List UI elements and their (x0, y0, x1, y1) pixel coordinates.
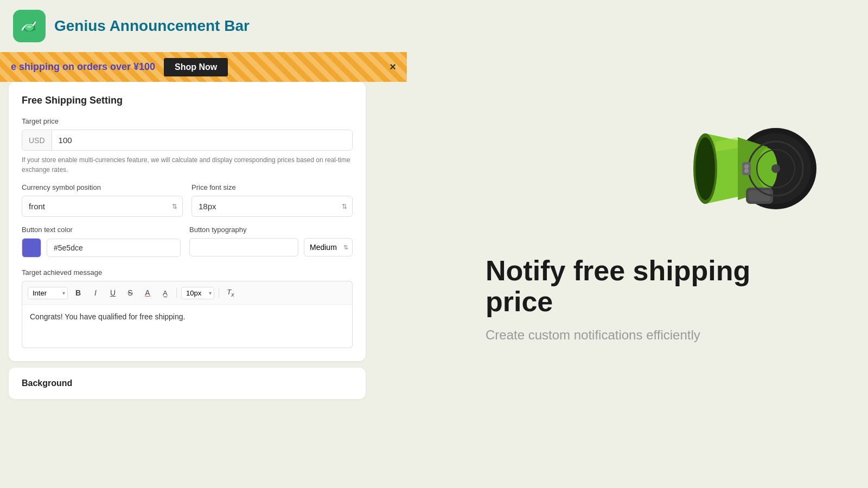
font-family-select[interactable]: Inter Arial Roboto (28, 287, 68, 299)
price-font-size-select-wrapper: 10px 12px 14px 16px 18px 20px ⇅ (192, 196, 353, 217)
two-col-row-1: Currency symbol position front back ⇅ Pr… (22, 183, 353, 217)
target-price-input-wrapper: USD (22, 130, 353, 151)
background-card: Background (9, 368, 366, 399)
close-announcement-button[interactable]: × (390, 61, 396, 73)
italic-button[interactable]: I (88, 286, 103, 300)
main-content: Free Shipping Setting Target price USD I… (0, 82, 868, 408)
typography-text-input[interactable] (189, 238, 298, 256)
hint-text: If your store enable multi-currencies fe… (22, 155, 353, 175)
text-color-button[interactable]: A (141, 286, 155, 300)
svg-point-6 (695, 137, 715, 200)
target-price-group: Target price USD If your store enable mu… (22, 117, 353, 175)
target-message-editor[interactable]: Congrats! You have qualified for free sh… (22, 305, 353, 348)
target-price-label: Target price (22, 117, 353, 125)
target-message-text: Congrats! You have qualified for free sh… (30, 312, 185, 321)
clear-format-icon: Tx (227, 288, 234, 298)
target-price-input[interactable] (52, 130, 352, 150)
typography-weight-select[interactable]: Thin Light Regular Medium Bold (304, 238, 353, 256)
megaphone-illustration (662, 93, 825, 245)
button-text-color-group: Button text color (22, 226, 181, 258)
logo-icon (13, 10, 46, 42)
two-col-row-2: Button text color Button typography Thin (22, 226, 353, 258)
highlight-button[interactable]: A̲ (158, 286, 172, 300)
button-typography-group: Button typography Thin Light Regular Med… (189, 226, 353, 258)
currency-prefix: USD (22, 131, 52, 150)
hero-title: Notify free shipping price (486, 255, 757, 317)
toolbar-divider (176, 288, 177, 298)
hero-subtitle: Create custom notifications efficiently (486, 326, 757, 344)
underline-button[interactable]: U (106, 286, 120, 300)
bold-button[interactable]: B (71, 286, 85, 300)
header: Genius Announcement Bar (0, 0, 868, 52)
font-size-select[interactable]: 8px 10px 12px 14px (181, 287, 214, 299)
currency-position-label: Currency symbol position (22, 183, 183, 191)
typography-row: Thin Light Regular Medium Bold ⇅ (189, 238, 353, 256)
target-achieved-label: Target achieved message (22, 268, 353, 277)
toolbar-divider-2 (219, 288, 219, 298)
price-font-size-group: Price font size 10px 12px 14px 16px 18px… (192, 183, 353, 217)
currency-position-group: Currency symbol position front back ⇅ (22, 183, 183, 217)
price-font-size-label: Price font size (192, 183, 353, 191)
price-font-size-select[interactable]: 10px 12px 14px 16px 18px 20px (192, 196, 353, 217)
svg-point-13 (744, 164, 749, 169)
button-typography-label: Button typography (189, 226, 353, 234)
right-panel: Notify free shipping price Create custom… (374, 82, 868, 408)
hero-text: Notify free shipping price Create custom… (486, 255, 757, 344)
app-title: Genius Announcement Bar (54, 17, 250, 35)
font-select-wrapper: Inter Arial Roboto ▾ (28, 287, 68, 299)
svg-rect-8 (749, 190, 770, 201)
settings-card: Free Shipping Setting Target price USD I… (9, 82, 366, 361)
size-select-wrapper: 8px 10px 12px 14px ▾ (181, 287, 214, 299)
currency-position-select[interactable]: front back (22, 196, 183, 217)
currency-position-select-wrapper: front back ⇅ (22, 196, 183, 217)
shop-now-button[interactable]: Shop Now (164, 58, 228, 76)
button-text-color-label: Button text color (22, 226, 181, 234)
svg-point-14 (744, 169, 749, 173)
settings-title: Free Shipping Setting (22, 95, 353, 106)
svg-point-11 (771, 164, 780, 173)
clear-format-button[interactable]: Tx (224, 286, 238, 300)
color-swatch[interactable] (22, 238, 41, 258)
text-color-icon: A (145, 288, 150, 297)
color-row (22, 238, 181, 258)
megaphone-container (662, 93, 825, 245)
target-achieved-group: Target achieved message Inter Arial Robo… (22, 268, 353, 348)
background-title: Background (22, 378, 353, 388)
medium-select-wrapper: Thin Light Regular Medium Bold ⇅ (304, 238, 353, 256)
left-panel: Free Shipping Setting Target price USD I… (0, 82, 374, 408)
announcement-text: e shipping on orders over ¥100 (11, 61, 155, 73)
text-editor-toolbar: Inter Arial Roboto ▾ B I U S A A̲ (22, 281, 353, 305)
announcement-bar-preview: e shipping on orders over ¥100 Shop Now … (0, 52, 407, 82)
highlight-icon: A̲ (163, 289, 168, 297)
strikethrough-button[interactable]: S (123, 286, 137, 300)
color-input[interactable] (47, 239, 181, 257)
